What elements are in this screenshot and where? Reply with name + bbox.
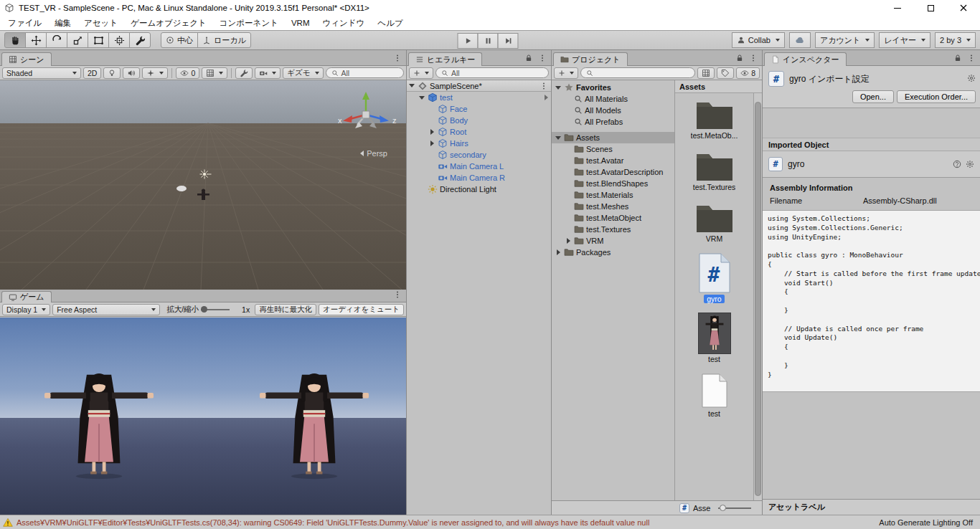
slider-knob[interactable] bbox=[720, 505, 726, 511]
status-bar[interactable]: Assets¥VRM¥UniGLTF¥Editor¥Tests¥UniGLTFT… bbox=[0, 515, 980, 529]
foldout-expanded-icon[interactable] bbox=[555, 86, 562, 90]
search-by-type-button[interactable] bbox=[697, 67, 715, 79]
collab-dropdown[interactable]: Collab bbox=[732, 32, 785, 48]
folder-vrm[interactable]: VRM bbox=[552, 235, 674, 247]
scene-audio-toggle[interactable] bbox=[123, 67, 140, 79]
tab-scene[interactable]: シーン bbox=[1, 52, 52, 66]
scene-lighting-toggle[interactable] bbox=[103, 67, 121, 79]
display-dropdown[interactable]: Display 1 bbox=[2, 304, 50, 315]
mute-audio-toggle[interactable]: オーディオをミュート bbox=[319, 304, 404, 315]
hierarchy-item-body[interactable]: Body bbox=[407, 115, 551, 126]
menu-file[interactable]: ファイル bbox=[1, 16, 48, 30]
folder-test-avatardescription[interactable]: test.AvatarDescription bbox=[552, 166, 674, 178]
favorite-all-models[interactable]: All Models bbox=[552, 105, 674, 116]
foldout-collapsed-icon[interactable] bbox=[565, 238, 572, 244]
folder-test-textures[interactable]: test.Textures bbox=[552, 224, 674, 235]
folder-test-blendshapes[interactable]: test.BlendShapes bbox=[552, 178, 674, 189]
orientation-toggle-button[interactable]: ローカル bbox=[197, 32, 251, 48]
menu-edit[interactable]: 編集 bbox=[48, 16, 77, 30]
hierarchy-item-secondary[interactable]: secondary bbox=[407, 149, 551, 161]
vertical-scrollbar[interactable] bbox=[753, 93, 762, 500]
foldout-expanded-icon[interactable] bbox=[418, 96, 425, 100]
rect-tool-button[interactable] bbox=[88, 32, 109, 48]
asset-item-folder[interactable]: test.MetaOb... bbox=[675, 97, 753, 140]
foldout-expanded-icon[interactable] bbox=[555, 136, 562, 140]
gizmos-dropdown[interactable]: ギズモ bbox=[283, 67, 323, 79]
axis-x-label[interactable]: x bbox=[338, 116, 342, 125]
layout-dropdown[interactable]: 2 by 3 bbox=[935, 32, 976, 48]
slider-knob[interactable] bbox=[201, 306, 207, 313]
layers-dropdown[interactable]: レイヤー bbox=[879, 32, 930, 48]
maximize-on-play-toggle[interactable]: 再生時に最大化 bbox=[255, 304, 316, 315]
white-prop-object[interactable] bbox=[176, 186, 187, 191]
asset-item-folder[interactable]: test.Textures bbox=[675, 149, 753, 191]
foldout-collapsed-icon[interactable] bbox=[428, 140, 435, 146]
menu-assets[interactable]: アセット bbox=[77, 16, 124, 30]
hierarchy-item-directional-light[interactable]: Directional Light bbox=[407, 184, 551, 195]
favorites-root[interactable]: Favorites bbox=[552, 82, 674, 93]
foldout-expanded-icon[interactable] bbox=[408, 84, 415, 87]
game-viewport[interactable] bbox=[0, 318, 406, 515]
scene-visibility-toggle[interactable]: 0 bbox=[176, 67, 199, 79]
foldout-collapsed-icon[interactable] bbox=[428, 129, 435, 135]
menu-vrm[interactable]: VRM bbox=[285, 16, 316, 30]
open-button[interactable]: Open... bbox=[852, 90, 894, 103]
scene-camera-dropdown[interactable] bbox=[255, 67, 281, 79]
asset-item-folder[interactable]: VRM bbox=[675, 201, 753, 243]
help-icon[interactable] bbox=[953, 160, 961, 168]
asset-item-script-selected[interactable]: # gyro bbox=[675, 252, 753, 303]
pivot-toggle-button[interactable]: 中心 bbox=[161, 32, 198, 48]
panel-menu-icon[interactable] bbox=[538, 54, 547, 62]
rotate-tool-button[interactable] bbox=[46, 32, 67, 48]
hierarchy-item-main-camera-l[interactable]: Main Camera L bbox=[407, 161, 551, 172]
folder-scenes[interactable]: Scenes bbox=[552, 143, 674, 155]
lighting-status-label[interactable]: Auto Generate Lighting Off bbox=[879, 518, 973, 527]
hierarchy-item-root[interactable]: Root bbox=[407, 126, 551, 138]
hierarchy-scene-row[interactable]: SampleScene* bbox=[407, 80, 551, 92]
minimize-button[interactable] bbox=[881, 0, 914, 16]
step-button[interactable] bbox=[497, 33, 518, 49]
hierarchy-item-face[interactable]: Face bbox=[407, 103, 551, 115]
folder-test-meshes[interactable]: test.Meshes bbox=[552, 201, 674, 212]
cloud-button[interactable] bbox=[789, 32, 811, 48]
menu-help[interactable]: ヘルプ bbox=[371, 16, 409, 30]
execution-order-button[interactable]: Execution Order... bbox=[897, 90, 976, 103]
hierarchy-item-test[interactable]: test bbox=[407, 92, 551, 103]
asset-item-document[interactable]: test bbox=[675, 373, 753, 418]
pause-button[interactable] bbox=[477, 33, 498, 49]
custom-tool-button[interactable] bbox=[129, 32, 151, 48]
grid-dropdown[interactable] bbox=[202, 67, 227, 79]
tab-project[interactable]: プロジェクト bbox=[553, 52, 628, 66]
packages-root-folder[interactable]: Packages bbox=[552, 247, 674, 258]
favorite-all-prefabs[interactable]: All Prefabs bbox=[552, 116, 674, 128]
lock-icon[interactable] bbox=[524, 54, 533, 62]
2d-toggle-button[interactable]: 2D bbox=[83, 67, 101, 79]
console-status-message[interactable]: Assets¥VRM¥UniGLTF¥Editor¥Tests¥UniGLTFT… bbox=[17, 518, 875, 527]
favorite-all-materials[interactable]: All Materials bbox=[552, 93, 674, 105]
asset-item-model[interactable]: test bbox=[675, 313, 753, 363]
hierarchy-search-field[interactable]: All bbox=[435, 67, 549, 78]
create-asset-dropdown[interactable] bbox=[554, 67, 578, 79]
effects-dropdown[interactable] bbox=[142, 67, 168, 79]
draw-mode-dropdown[interactable]: Shaded bbox=[2, 67, 81, 79]
prefab-open-arrow-icon[interactable] bbox=[545, 95, 548, 100]
transform-tool-button[interactable] bbox=[108, 32, 130, 48]
asset-pane-breadcrumb[interactable]: Assets bbox=[675, 80, 762, 93]
gear-icon[interactable] bbox=[966, 160, 974, 168]
menu-component[interactable]: コンポーネント bbox=[213, 16, 285, 30]
panel-menu-icon[interactable] bbox=[967, 54, 976, 62]
tab-inspector[interactable]: インスペクター bbox=[764, 52, 847, 66]
create-object-dropdown[interactable] bbox=[409, 67, 433, 79]
close-button[interactable] bbox=[947, 0, 980, 16]
scrollbar-thumb[interactable] bbox=[755, 102, 761, 496]
folder-test-materials[interactable]: test.Materials bbox=[552, 189, 674, 201]
folder-test-avatar[interactable]: test.Avatar bbox=[552, 155, 674, 166]
scene-options-icon[interactable] bbox=[540, 82, 548, 90]
thumbnail-zoom-slider[interactable] bbox=[718, 507, 751, 509]
aspect-dropdown[interactable]: Free Aspect bbox=[52, 304, 160, 315]
search-by-label-button[interactable] bbox=[717, 67, 734, 79]
tab-game[interactable]: ゲーム bbox=[1, 291, 52, 302]
tool-settings-button[interactable] bbox=[235, 67, 253, 79]
panel-menu-icon[interactable] bbox=[393, 54, 402, 62]
foldout-collapsed-icon[interactable] bbox=[555, 249, 562, 255]
